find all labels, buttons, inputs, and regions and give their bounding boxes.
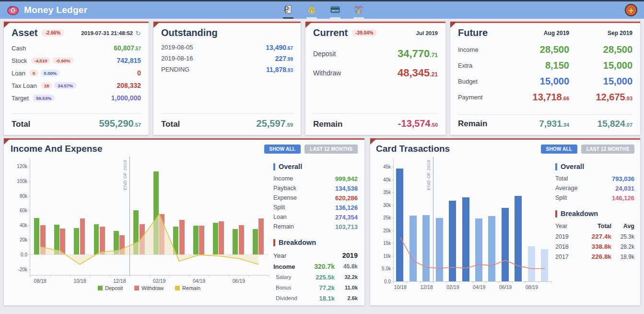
- x-axis-tick: [30, 275, 31, 277]
- current-row-deposit: Deposit 34,770.71: [313, 44, 438, 63]
- row-label: Stock: [12, 57, 27, 64]
- top-bar: $ Money Ledger: [0, 0, 644, 19]
- show-all-button[interactable]: SHOW ALL: [541, 145, 578, 154]
- stat-label: Average: [555, 185, 577, 192]
- year-value: 2019: [342, 252, 358, 259]
- x-axis-tick: [525, 281, 526, 283]
- x-axis-tick: [407, 281, 407, 283]
- y-axis-tick-label: 25k: [383, 215, 391, 220]
- row-value: 208,332: [117, 82, 141, 89]
- value-main: 595,290: [99, 118, 133, 129]
- x-axis-tick: [420, 281, 421, 283]
- corner-fold: [153, 22, 160, 28]
- value-dec: .21: [430, 71, 438, 78]
- stock-change-badge: -4,510: [31, 57, 51, 64]
- asset-timestamp: 2019-07-31 21:48:52 ↻: [81, 29, 141, 37]
- row-label: Extra: [458, 62, 506, 69]
- value-main: 208,332: [117, 82, 141, 89]
- chart-panels-row: Income And Expense SHOW ALL LAST 12 MONT…: [4, 138, 640, 305]
- row-value: 1,000,000: [111, 94, 141, 102]
- value-main: 28,500: [603, 44, 632, 55]
- row-value: 0: [137, 69, 141, 77]
- value-dec: .57: [134, 46, 141, 51]
- legend-item-remain: Remain: [175, 285, 200, 291]
- future-title: Future: [458, 27, 506, 38]
- x-axis-tick: [539, 281, 539, 283]
- y-axis-tick-label: 40k: [20, 222, 27, 228]
- stat-value: 146,126: [612, 194, 634, 202]
- bd-avg: 28.2k: [611, 243, 634, 250]
- loan-change-badge: 0: [29, 70, 38, 76]
- row-label: Target: [12, 95, 29, 102]
- asset-change-badge: -2.66%: [41, 29, 64, 36]
- nav-underline: [330, 17, 340, 19]
- nav-item-money-bag[interactable]: $: [305, 5, 318, 19]
- x-axis-tick-label: 02/19: [153, 278, 165, 284]
- current-card: Current -39.04% Jul 2019 Deposit 34,770.…: [305, 22, 445, 135]
- breakdown-row-2018: 2018338.8k28.2k: [555, 242, 634, 252]
- show-all-button[interactable]: SHOW ALL: [264, 145, 301, 154]
- value-main: 15,000: [603, 60, 632, 71]
- nav-item-credit-card[interactable]: [329, 5, 341, 19]
- bd-avg: 45.8k: [335, 263, 358, 270]
- nav-item-statistics[interactable]: [352, 5, 365, 19]
- last-12-months-button[interactable]: LAST 12 MONTHS: [581, 145, 634, 154]
- nav-underline: [283, 17, 293, 19]
- nav-underline: [353, 17, 364, 19]
- card-transactions-body: 0.05.0k10k15k20k25k30k35k40k45kEND OF 20…: [376, 159, 634, 282]
- outstanding-card-head: Outstanding: [161, 27, 293, 38]
- asset-total-row: Total 595,290.57: [12, 113, 141, 129]
- y-axis-tick-label: 60k: [20, 208, 27, 213]
- range-buttons: SHOW ALL LAST 12 MONTHS: [264, 145, 358, 154]
- stat-value: 793,036: [612, 175, 634, 182]
- bd-total: 320.7k: [305, 263, 335, 270]
- asset-card-head: Asset -2.66% 2019-07-31 21:48:52 ↻: [12, 27, 141, 38]
- last-12-months-button[interactable]: LAST 12 MONTHS: [304, 145, 358, 154]
- end-of-year-line: [433, 157, 433, 281]
- value-main: 7,931: [539, 119, 562, 129]
- outstanding-row: 2019-08-05 13,490.67: [161, 42, 293, 53]
- stat-row: Remain103,713: [273, 222, 358, 231]
- overall-header: Overall: [273, 163, 358, 170]
- value-main: 15,000: [540, 76, 569, 86]
- value-main: 13,490: [266, 44, 286, 51]
- bd-total: 77.2k: [305, 284, 335, 291]
- income-expense-head: Income And Expense SHOW ALL LAST 12 MONT…: [11, 144, 358, 154]
- x-axis-tick: [249, 275, 249, 277]
- remain-line: [30, 159, 269, 275]
- breakdown-header: Breakdown: [273, 239, 358, 246]
- bd-year: 2017: [555, 254, 582, 260]
- row-label: Cash: [12, 45, 26, 52]
- y-axis-tick-label: 40k: [383, 177, 391, 182]
- x-axis-tick-label: 08/18: [34, 278, 47, 284]
- row-label: Payment: [458, 94, 506, 101]
- year-label: Year: [273, 252, 286, 259]
- app-title: Money Ledger: [24, 5, 87, 15]
- value-main: -13,574: [398, 118, 431, 129]
- y-axis-tick-label: 120k: [17, 164, 27, 169]
- bd-label: Salary: [273, 274, 305, 280]
- value-main: 60,807: [114, 44, 134, 52]
- total-label: Remain: [458, 119, 506, 129]
- refresh-icon[interactable]: ↻: [135, 29, 141, 37]
- value-main: 8,150: [545, 60, 569, 71]
- row-value: 11,878.93: [266, 66, 293, 73]
- nav-item-ledger[interactable]: [282, 5, 294, 19]
- row-value-2: 28,500: [569, 44, 632, 55]
- bd-total: 225.5k: [305, 274, 335, 281]
- breakdown-row-2019: 2019227.4k25.3k: [555, 231, 634, 242]
- bd-label: Dividend: [273, 295, 305, 301]
- end-of-year-label: END OF 2018: [122, 160, 128, 190]
- bd-label: Income: [273, 263, 305, 270]
- add-button[interactable]: +: [625, 4, 637, 16]
- asset-card: Asset -2.66% 2019-07-31 21:48:52 ↻ Cash …: [4, 22, 149, 135]
- x-axis-tick-label: 06/19: [499, 284, 512, 290]
- row-value-1: 8,150: [506, 60, 569, 71]
- stat-row: Split136,126: [273, 203, 358, 212]
- corner-fold: [450, 22, 457, 28]
- asset-rows: Cash 60,807.57 Stock -4,510 -0.60% 742,8…: [12, 42, 141, 104]
- row-badges: -4,510 -0.60%: [31, 57, 74, 64]
- y-axis-tick-label: 80k: [20, 193, 27, 198]
- row-value-2: 15,000: [569, 76, 632, 87]
- legend-item-deposit: Deposit: [98, 285, 123, 291]
